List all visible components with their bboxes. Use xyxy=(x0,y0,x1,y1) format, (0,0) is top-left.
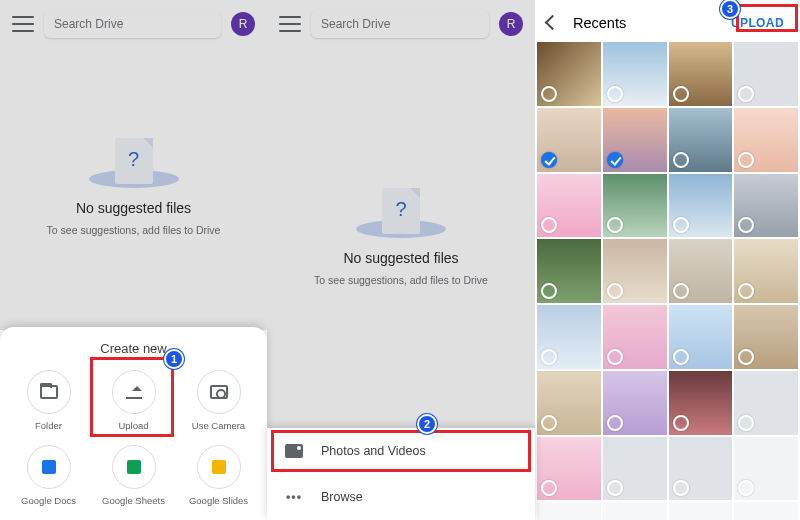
empty-illustration: ? xyxy=(366,188,436,242)
slides-icon xyxy=(212,460,226,474)
photo-thumb[interactable] xyxy=(669,305,733,369)
panel-upload-options: Search Drive R ? No suggested files To s… xyxy=(267,0,535,520)
photo-thumb[interactable] xyxy=(669,239,733,303)
docs-icon xyxy=(42,460,56,474)
unselected-circle-icon xyxy=(738,217,754,233)
photo-thumb[interactable] xyxy=(734,42,798,106)
photo-thumb[interactable] xyxy=(537,42,601,106)
photo-thumb[interactable] xyxy=(669,437,733,501)
sheet-title: Create new xyxy=(0,341,267,356)
photo-thumb[interactable] xyxy=(537,371,601,435)
photo-icon xyxy=(285,444,303,458)
photo-thumb[interactable] xyxy=(537,239,601,303)
panel-photo-picker: Recents UPLOAD 3 xyxy=(535,0,800,520)
create-google-sheets[interactable]: Google Sheets xyxy=(95,445,173,506)
unselected-circle-icon xyxy=(607,217,623,233)
photo-thumb[interactable] xyxy=(734,437,798,501)
unselected-circle-icon xyxy=(673,283,689,299)
create-google-slides[interactable]: Google Slides xyxy=(180,445,258,506)
photo-thumb[interactable] xyxy=(537,437,601,501)
photo-thumb[interactable] xyxy=(603,108,667,172)
unselected-circle-icon xyxy=(607,415,623,431)
photo-thumb[interactable] xyxy=(669,108,733,172)
option-photos-label: Photos and Videos xyxy=(321,444,426,458)
account-avatar[interactable]: R xyxy=(231,12,255,36)
photo-thumb[interactable] xyxy=(603,305,667,369)
unselected-circle-icon xyxy=(738,283,754,299)
empty-illustration: ? xyxy=(99,138,169,192)
photo-thumb[interactable] xyxy=(603,42,667,106)
unselected-circle-icon xyxy=(607,349,623,365)
photo-thumb[interactable] xyxy=(537,305,601,369)
photo-thumb[interactable] xyxy=(734,108,798,172)
empty-title: No suggested files xyxy=(343,250,458,266)
photo-thumb[interactable] xyxy=(537,108,601,172)
photo-thumb[interactable] xyxy=(734,371,798,435)
photo-thumb[interactable] xyxy=(603,437,667,501)
unselected-circle-icon xyxy=(738,415,754,431)
camera-icon xyxy=(210,385,228,399)
step-badge-1: 1 xyxy=(164,349,184,369)
photo-thumb[interactable] xyxy=(603,174,667,238)
photo-thumb[interactable] xyxy=(734,174,798,238)
photo-thumb[interactable] xyxy=(669,174,733,238)
unselected-circle-icon xyxy=(673,349,689,365)
unselected-circle-icon xyxy=(673,86,689,102)
empty-subtitle: To see suggestions, add files to Drive xyxy=(314,274,488,286)
option-browse-label: Browse xyxy=(321,490,363,504)
empty-state: ? No suggested files To see suggestions,… xyxy=(0,46,267,327)
option-browse[interactable]: ••• Browse xyxy=(267,474,535,520)
unselected-circle-icon xyxy=(673,217,689,233)
empty-title: No suggested files xyxy=(76,200,191,216)
photo-thumb[interactable] xyxy=(603,371,667,435)
create-new-sheet: Create new Folder Upload Use Camera Goog… xyxy=(0,327,267,520)
unselected-circle-icon xyxy=(738,152,754,168)
top-bar: Search Drive R xyxy=(0,0,267,46)
unselected-circle-icon xyxy=(607,283,623,299)
photo-thumb[interactable] xyxy=(603,502,667,520)
photo-thumb[interactable] xyxy=(537,174,601,238)
create-folder[interactable]: Folder xyxy=(10,370,88,431)
search-drive-input[interactable]: Search Drive xyxy=(311,10,489,38)
create-upload-label: Upload xyxy=(118,420,148,431)
create-use-camera[interactable]: Use Camera xyxy=(180,370,258,431)
photo-thumb[interactable] xyxy=(669,371,733,435)
upload-source-sheet: Photos and Videos ••• Browse xyxy=(267,428,535,520)
unselected-circle-icon xyxy=(541,86,557,102)
photo-thumb[interactable] xyxy=(669,42,733,106)
unselected-circle-icon xyxy=(738,86,754,102)
photo-thumb[interactable] xyxy=(537,502,601,520)
photo-thumb[interactable] xyxy=(734,305,798,369)
more-icon: ••• xyxy=(285,488,303,506)
option-photos-videos[interactable]: Photos and Videos xyxy=(267,428,535,474)
create-camera-label: Use Camera xyxy=(192,420,245,431)
unselected-circle-icon xyxy=(738,480,754,496)
photo-thumb[interactable] xyxy=(734,239,798,303)
unselected-circle-icon xyxy=(673,480,689,496)
step-badge-2: 2 xyxy=(417,414,437,434)
unselected-circle-icon xyxy=(738,349,754,365)
unselected-circle-icon xyxy=(541,283,557,299)
search-drive-input[interactable]: Search Drive xyxy=(44,10,221,38)
unselected-circle-icon xyxy=(673,152,689,168)
picker-title: Recents xyxy=(573,15,713,31)
back-icon[interactable] xyxy=(545,15,561,31)
create-upload[interactable]: Upload xyxy=(95,370,173,431)
unselected-circle-icon xyxy=(541,349,557,365)
create-row-1: Folder Upload Use Camera xyxy=(0,366,267,441)
folder-icon xyxy=(40,385,58,399)
step-badge-3: 3 xyxy=(720,0,740,19)
hamburger-icon[interactable] xyxy=(12,16,34,32)
photo-thumb[interactable] xyxy=(603,239,667,303)
account-avatar[interactable]: R xyxy=(499,12,523,36)
unselected-circle-icon xyxy=(607,86,623,102)
create-google-docs[interactable]: Google Docs xyxy=(10,445,88,506)
picker-header: Recents UPLOAD 3 xyxy=(535,0,800,42)
create-folder-label: Folder xyxy=(35,420,62,431)
hamburger-icon[interactable] xyxy=(279,16,301,32)
photo-grid xyxy=(535,42,800,520)
upload-icon xyxy=(126,385,142,399)
selected-check-icon xyxy=(541,152,557,168)
photo-thumb[interactable] xyxy=(734,502,798,520)
photo-thumb[interactable] xyxy=(669,502,733,520)
